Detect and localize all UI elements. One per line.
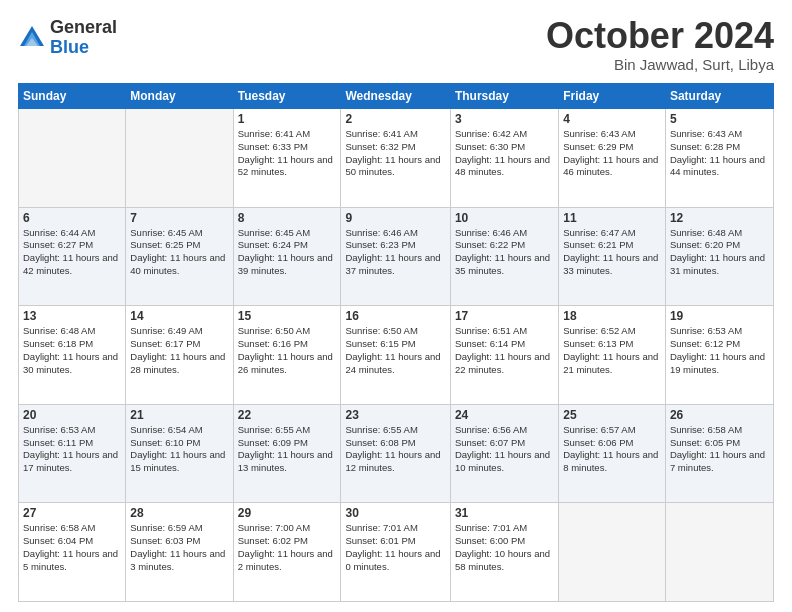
calendar-table: SundayMondayTuesdayWednesdayThursdayFrid…	[18, 83, 774, 602]
day-number: 12	[670, 211, 769, 225]
day-info: Sunrise: 6:55 AM Sunset: 6:08 PM Dayligh…	[345, 424, 445, 475]
day-info: Sunrise: 7:01 AM Sunset: 6:01 PM Dayligh…	[345, 522, 445, 573]
day-info: Sunrise: 6:57 AM Sunset: 6:06 PM Dayligh…	[563, 424, 661, 475]
week-row-1: 1Sunrise: 6:41 AM Sunset: 6:33 PM Daylig…	[19, 109, 774, 208]
day-number: 6	[23, 211, 121, 225]
day-info: Sunrise: 6:45 AM Sunset: 6:25 PM Dayligh…	[130, 227, 228, 278]
week-row-3: 13Sunrise: 6:48 AM Sunset: 6:18 PM Dayli…	[19, 306, 774, 405]
calendar-cell: 13Sunrise: 6:48 AM Sunset: 6:18 PM Dayli…	[19, 306, 126, 405]
day-info: Sunrise: 6:45 AM Sunset: 6:24 PM Dayligh…	[238, 227, 337, 278]
day-number: 11	[563, 211, 661, 225]
calendar-cell: 31Sunrise: 7:01 AM Sunset: 6:00 PM Dayli…	[450, 503, 558, 602]
calendar-cell: 23Sunrise: 6:55 AM Sunset: 6:08 PM Dayli…	[341, 404, 450, 503]
day-info: Sunrise: 6:58 AM Sunset: 6:05 PM Dayligh…	[670, 424, 769, 475]
header: General Blue October 2024 Bin Jawwad, Su…	[18, 18, 774, 73]
day-number: 21	[130, 408, 228, 422]
day-number: 29	[238, 506, 337, 520]
day-number: 14	[130, 309, 228, 323]
day-info: Sunrise: 6:53 AM Sunset: 6:11 PM Dayligh…	[23, 424, 121, 475]
calendar-cell: 1Sunrise: 6:41 AM Sunset: 6:33 PM Daylig…	[233, 109, 341, 208]
week-row-5: 27Sunrise: 6:58 AM Sunset: 6:04 PM Dayli…	[19, 503, 774, 602]
calendar-cell: 26Sunrise: 6:58 AM Sunset: 6:05 PM Dayli…	[665, 404, 773, 503]
calendar-cell: 11Sunrise: 6:47 AM Sunset: 6:21 PM Dayli…	[559, 207, 666, 306]
calendar-cell: 25Sunrise: 6:57 AM Sunset: 6:06 PM Dayli…	[559, 404, 666, 503]
day-number: 5	[670, 112, 769, 126]
calendar-cell: 16Sunrise: 6:50 AM Sunset: 6:15 PM Dayli…	[341, 306, 450, 405]
day-number: 17	[455, 309, 554, 323]
day-number: 25	[563, 408, 661, 422]
day-info: Sunrise: 7:00 AM Sunset: 6:02 PM Dayligh…	[238, 522, 337, 573]
day-number: 28	[130, 506, 228, 520]
day-info: Sunrise: 6:58 AM Sunset: 6:04 PM Dayligh…	[23, 522, 121, 573]
title-block: October 2024 Bin Jawwad, Surt, Libya	[546, 18, 774, 73]
calendar-cell: 12Sunrise: 6:48 AM Sunset: 6:20 PM Dayli…	[665, 207, 773, 306]
calendar-cell	[665, 503, 773, 602]
calendar-cell: 8Sunrise: 6:45 AM Sunset: 6:24 PM Daylig…	[233, 207, 341, 306]
calendar-cell: 7Sunrise: 6:45 AM Sunset: 6:25 PM Daylig…	[126, 207, 233, 306]
calendar-cell: 21Sunrise: 6:54 AM Sunset: 6:10 PM Dayli…	[126, 404, 233, 503]
day-number: 7	[130, 211, 228, 225]
subtitle: Bin Jawwad, Surt, Libya	[546, 56, 774, 73]
day-number: 22	[238, 408, 337, 422]
day-number: 19	[670, 309, 769, 323]
calendar-cell: 2Sunrise: 6:41 AM Sunset: 6:32 PM Daylig…	[341, 109, 450, 208]
day-info: Sunrise: 6:47 AM Sunset: 6:21 PM Dayligh…	[563, 227, 661, 278]
day-info: Sunrise: 6:41 AM Sunset: 6:33 PM Dayligh…	[238, 128, 337, 179]
calendar-cell: 10Sunrise: 6:46 AM Sunset: 6:22 PM Dayli…	[450, 207, 558, 306]
day-number: 13	[23, 309, 121, 323]
day-info: Sunrise: 6:50 AM Sunset: 6:15 PM Dayligh…	[345, 325, 445, 376]
day-info: Sunrise: 6:41 AM Sunset: 6:32 PM Dayligh…	[345, 128, 445, 179]
calendar-cell	[559, 503, 666, 602]
page: General Blue October 2024 Bin Jawwad, Su…	[0, 0, 792, 612]
day-info: Sunrise: 6:46 AM Sunset: 6:23 PM Dayligh…	[345, 227, 445, 278]
day-info: Sunrise: 6:54 AM Sunset: 6:10 PM Dayligh…	[130, 424, 228, 475]
day-number: 9	[345, 211, 445, 225]
column-header-thursday: Thursday	[450, 84, 558, 109]
day-number: 27	[23, 506, 121, 520]
day-number: 24	[455, 408, 554, 422]
column-header-monday: Monday	[126, 84, 233, 109]
day-info: Sunrise: 6:51 AM Sunset: 6:14 PM Dayligh…	[455, 325, 554, 376]
column-header-tuesday: Tuesday	[233, 84, 341, 109]
day-info: Sunrise: 6:59 AM Sunset: 6:03 PM Dayligh…	[130, 522, 228, 573]
day-number: 8	[238, 211, 337, 225]
calendar-cell: 18Sunrise: 6:52 AM Sunset: 6:13 PM Dayli…	[559, 306, 666, 405]
logo-blue: Blue	[50, 38, 117, 58]
calendar-cell: 9Sunrise: 6:46 AM Sunset: 6:23 PM Daylig…	[341, 207, 450, 306]
day-info: Sunrise: 7:01 AM Sunset: 6:00 PM Dayligh…	[455, 522, 554, 573]
calendar-cell: 28Sunrise: 6:59 AM Sunset: 6:03 PM Dayli…	[126, 503, 233, 602]
column-header-sunday: Sunday	[19, 84, 126, 109]
day-info: Sunrise: 6:56 AM Sunset: 6:07 PM Dayligh…	[455, 424, 554, 475]
calendar-cell: 20Sunrise: 6:53 AM Sunset: 6:11 PM Dayli…	[19, 404, 126, 503]
calendar-cell: 19Sunrise: 6:53 AM Sunset: 6:12 PM Dayli…	[665, 306, 773, 405]
day-number: 23	[345, 408, 445, 422]
logo-general: General	[50, 18, 117, 38]
calendar-cell: 29Sunrise: 7:00 AM Sunset: 6:02 PM Dayli…	[233, 503, 341, 602]
day-info: Sunrise: 6:42 AM Sunset: 6:30 PM Dayligh…	[455, 128, 554, 179]
day-info: Sunrise: 6:46 AM Sunset: 6:22 PM Dayligh…	[455, 227, 554, 278]
day-info: Sunrise: 6:48 AM Sunset: 6:18 PM Dayligh…	[23, 325, 121, 376]
calendar-cell: 27Sunrise: 6:58 AM Sunset: 6:04 PM Dayli…	[19, 503, 126, 602]
day-info: Sunrise: 6:53 AM Sunset: 6:12 PM Dayligh…	[670, 325, 769, 376]
day-info: Sunrise: 6:50 AM Sunset: 6:16 PM Dayligh…	[238, 325, 337, 376]
week-row-4: 20Sunrise: 6:53 AM Sunset: 6:11 PM Dayli…	[19, 404, 774, 503]
calendar-cell: 17Sunrise: 6:51 AM Sunset: 6:14 PM Dayli…	[450, 306, 558, 405]
day-info: Sunrise: 6:49 AM Sunset: 6:17 PM Dayligh…	[130, 325, 228, 376]
calendar-cell: 6Sunrise: 6:44 AM Sunset: 6:27 PM Daylig…	[19, 207, 126, 306]
calendar-cell: 30Sunrise: 7:01 AM Sunset: 6:01 PM Dayli…	[341, 503, 450, 602]
calendar-header-row: SundayMondayTuesdayWednesdayThursdayFrid…	[19, 84, 774, 109]
day-number: 1	[238, 112, 337, 126]
day-number: 20	[23, 408, 121, 422]
day-info: Sunrise: 6:44 AM Sunset: 6:27 PM Dayligh…	[23, 227, 121, 278]
day-info: Sunrise: 6:55 AM Sunset: 6:09 PM Dayligh…	[238, 424, 337, 475]
day-number: 18	[563, 309, 661, 323]
logo-icon	[18, 24, 46, 52]
calendar-cell: 3Sunrise: 6:42 AM Sunset: 6:30 PM Daylig…	[450, 109, 558, 208]
calendar-cell	[126, 109, 233, 208]
day-info: Sunrise: 6:52 AM Sunset: 6:13 PM Dayligh…	[563, 325, 661, 376]
calendar-cell: 22Sunrise: 6:55 AM Sunset: 6:09 PM Dayli…	[233, 404, 341, 503]
month-title: October 2024	[546, 18, 774, 54]
week-row-2: 6Sunrise: 6:44 AM Sunset: 6:27 PM Daylig…	[19, 207, 774, 306]
day-info: Sunrise: 6:48 AM Sunset: 6:20 PM Dayligh…	[670, 227, 769, 278]
calendar-cell: 14Sunrise: 6:49 AM Sunset: 6:17 PM Dayli…	[126, 306, 233, 405]
